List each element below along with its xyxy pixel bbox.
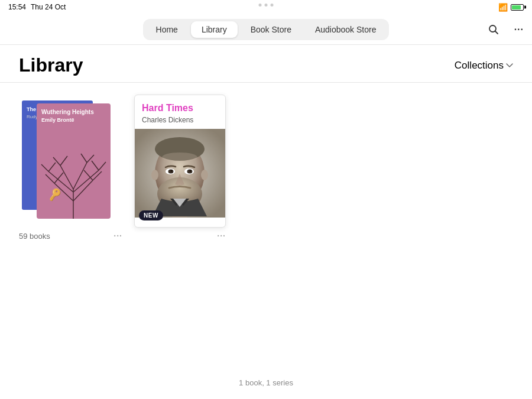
status-bar: 15:54 Thu 24 Oct 📶 [0, 0, 532, 14]
books-count: 59 books [19, 232, 50, 241]
wifi-icon: 📶 [498, 3, 508, 12]
single-book: Hard Times Charles Dickens [134, 95, 226, 228]
page-title: Library [19, 54, 83, 76]
single-book-author: Charles Dickens [142, 116, 218, 124]
page-header: Library Collections [0, 45, 532, 83]
front-book-author: Emily Brontë [37, 117, 111, 123]
collections-label: Collections [455, 60, 504, 72]
single-book-top: Hard Times Charles Dickens [135, 95, 225, 129]
collections-button[interactable]: Collections [455, 60, 513, 72]
battery-icon [511, 4, 524, 11]
svg-line-15 [99, 162, 106, 170]
chevron-down-icon [506, 61, 513, 70]
footer-status: 1 book, 1 series [239, 378, 293, 387]
status-right: 📶 [498, 3, 524, 12]
book-key-icon: 🔑 [47, 187, 62, 202]
single-book-card[interactable]: Hard Times Charles Dickens [134, 95, 226, 241]
svg-line-1 [495, 31, 498, 34]
svg-line-16 [92, 161, 99, 170]
window-dots [259, 4, 274, 7]
author-portrait-svg [135, 129, 225, 218]
new-badge: NEW [139, 210, 163, 220]
single-book-title: Hard Times [142, 102, 218, 113]
nav-more-button[interactable]: ··· [514, 24, 524, 35]
status-time: 15:54 [8, 3, 26, 11]
svg-line-20 [87, 155, 94, 163]
status-date: Thu 24 Oct [31, 3, 66, 11]
svg-point-33 [151, 170, 158, 180]
svg-point-26 [162, 153, 197, 162]
tab-bookstore[interactable]: Book Store [240, 21, 302, 38]
tab-library[interactable]: Library [191, 21, 238, 38]
svg-point-32 [190, 170, 192, 172]
single-book-footer: ··· [134, 231, 226, 241]
nav-bar: Home Library Book Store Audiobook Store … [0, 14, 532, 45]
svg-point-34 [201, 170, 208, 180]
content-area: The Jungle Book Rudyard Kipling Wutherin… [0, 83, 532, 252]
svg-line-18 [60, 156, 67, 166]
book-stack-more-button[interactable]: ··· [113, 231, 122, 241]
svg-line-14 [48, 163, 56, 171]
status-left: 15:54 Thu 24 Oct [8, 3, 66, 11]
svg-line-7 [60, 166, 73, 189]
book-stack-card[interactable]: The Jungle Book Rudyard Kipling Wutherin… [19, 95, 122, 241]
nav-tabs: Home Library Book Store Audiobook Store [143, 19, 390, 40]
svg-line-8 [73, 163, 87, 189]
tab-home[interactable]: Home [145, 21, 189, 38]
book-stack-footer: 59 books ··· [19, 231, 122, 241]
search-icon[interactable] [485, 21, 502, 38]
single-book-more-button[interactable]: ··· [217, 231, 226, 241]
book-front: Wuthering Heights Emily Brontë [37, 103, 111, 219]
book-stack: The Jungle Book Rudyard Kipling Wutherin… [19, 95, 122, 228]
svg-line-19 [81, 154, 87, 163]
svg-line-11 [93, 171, 102, 180]
svg-point-31 [171, 170, 173, 172]
svg-line-13 [41, 164, 48, 171]
front-book-title: Wuthering Heights [37, 103, 111, 117]
tab-audiobook-store[interactable]: Audiobook Store [304, 21, 387, 38]
tree-decoration [37, 148, 111, 219]
